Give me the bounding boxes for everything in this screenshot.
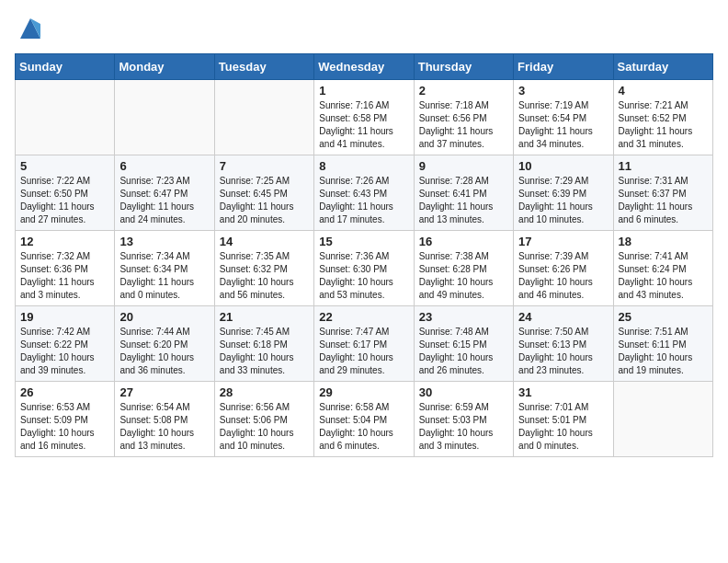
calendar-week-5: 26Sunrise: 6:53 AM Sunset: 5:09 PM Dayli… <box>16 382 713 457</box>
day-info: Sunrise: 7:32 AM Sunset: 6:36 PM Dayligh… <box>20 250 109 302</box>
calendar-cell: 13Sunrise: 7:34 AM Sunset: 6:34 PM Dayli… <box>115 231 214 306</box>
day-info: Sunrise: 7:34 AM Sunset: 6:34 PM Dayligh… <box>119 250 209 302</box>
calendar-cell: 29Sunrise: 6:58 AM Sunset: 5:04 PM Dayli… <box>314 382 414 457</box>
day-number: 14 <box>220 235 309 248</box>
day-number: 28 <box>220 385 309 399</box>
day-number: 26 <box>20 385 109 399</box>
calendar-table: SundayMondayTuesdayWednesdayThursdayFrid… <box>15 53 713 457</box>
day-info: Sunrise: 7:42 AM Sunset: 6:22 PM Dayligh… <box>20 326 109 377</box>
day-number: 2 <box>419 84 508 98</box>
day-number: 24 <box>518 310 608 324</box>
day-info: Sunrise: 7:22 AM Sunset: 6:50 PM Dayligh… <box>20 175 109 226</box>
day-info: Sunrise: 7:35 AM Sunset: 6:32 PM Dayligh… <box>220 250 309 302</box>
calendar-week-1: 1Sunrise: 7:16 AM Sunset: 6:58 PM Daylig… <box>16 80 713 155</box>
day-info: Sunrise: 7:18 AM Sunset: 6:56 PM Dayligh… <box>419 99 508 151</box>
calendar-cell: 15Sunrise: 7:36 AM Sunset: 6:30 PM Dayli… <box>314 231 414 306</box>
day-number: 17 <box>518 235 608 248</box>
calendar-week-3: 12Sunrise: 7:32 AM Sunset: 6:36 PM Dayli… <box>16 231 713 306</box>
day-number: 9 <box>419 159 508 173</box>
day-info: Sunrise: 6:54 AM Sunset: 5:08 PM Dayligh… <box>119 401 209 453</box>
day-info: Sunrise: 7:01 AM Sunset: 5:01 PM Dayligh… <box>518 401 608 453</box>
day-number: 22 <box>319 310 408 324</box>
calendar-cell: 12Sunrise: 7:32 AM Sunset: 6:36 PM Dayli… <box>16 231 115 306</box>
day-number: 10 <box>518 159 608 173</box>
calendar-week-4: 19Sunrise: 7:42 AM Sunset: 6:22 PM Dayli… <box>16 306 713 382</box>
day-info: Sunrise: 6:59 AM Sunset: 5:03 PM Dayligh… <box>419 401 508 453</box>
calendar-cell: 27Sunrise: 6:54 AM Sunset: 5:08 PM Dayli… <box>115 382 214 457</box>
weekday-header-thursday: Thursday <box>414 54 513 80</box>
calendar-cell: 1Sunrise: 7:16 AM Sunset: 6:58 PM Daylig… <box>314 80 414 155</box>
day-info: Sunrise: 7:47 AM Sunset: 6:17 PM Dayligh… <box>319 326 408 377</box>
day-number: 12 <box>20 235 109 248</box>
day-number: 5 <box>20 159 109 173</box>
calendar-cell: 30Sunrise: 6:59 AM Sunset: 5:03 PM Dayli… <box>414 382 513 457</box>
calendar-cell: 20Sunrise: 7:44 AM Sunset: 6:20 PM Dayli… <box>115 306 214 382</box>
calendar-cell: 9Sunrise: 7:28 AM Sunset: 6:41 PM Daylig… <box>414 155 513 231</box>
weekday-header-tuesday: Tuesday <box>214 54 313 80</box>
day-info: Sunrise: 7:50 AM Sunset: 6:13 PM Dayligh… <box>518 326 608 377</box>
day-info: Sunrise: 6:53 AM Sunset: 5:09 PM Dayligh… <box>20 401 109 453</box>
logo-icon <box>17 15 44 42</box>
calendar-cell: 25Sunrise: 7:51 AM Sunset: 6:11 PM Dayli… <box>613 306 712 382</box>
calendar-cell: 23Sunrise: 7:48 AM Sunset: 6:15 PM Dayli… <box>414 306 513 382</box>
calendar-cell: 11Sunrise: 7:31 AM Sunset: 6:37 PM Dayli… <box>613 155 712 231</box>
weekday-header-row: SundayMondayTuesdayWednesdayThursdayFrid… <box>16 54 713 80</box>
day-info: Sunrise: 7:39 AM Sunset: 6:26 PM Dayligh… <box>518 250 608 302</box>
day-info: Sunrise: 6:56 AM Sunset: 5:06 PM Dayligh… <box>220 401 309 453</box>
weekday-header-wednesday: Wednesday <box>314 54 414 80</box>
day-number: 30 <box>419 385 508 399</box>
day-info: Sunrise: 7:31 AM Sunset: 6:37 PM Dayligh… <box>619 175 708 226</box>
day-number: 29 <box>319 385 408 399</box>
day-number: 27 <box>119 385 209 399</box>
calendar-cell <box>613 382 712 457</box>
calendar-cell <box>214 80 313 155</box>
calendar-cell: 18Sunrise: 7:41 AM Sunset: 6:24 PM Dayli… <box>613 231 712 306</box>
calendar-cell: 6Sunrise: 7:23 AM Sunset: 6:47 PM Daylig… <box>115 155 214 231</box>
calendar-cell <box>115 80 214 155</box>
day-info: Sunrise: 6:58 AM Sunset: 5:04 PM Dayligh… <box>319 401 408 453</box>
calendar-cell: 31Sunrise: 7:01 AM Sunset: 5:01 PM Dayli… <box>514 382 613 457</box>
day-info: Sunrise: 7:19 AM Sunset: 6:54 PM Dayligh… <box>518 99 608 151</box>
day-number: 25 <box>619 310 708 324</box>
calendar-cell: 8Sunrise: 7:26 AM Sunset: 6:43 PM Daylig… <box>314 155 414 231</box>
day-info: Sunrise: 7:51 AM Sunset: 6:11 PM Dayligh… <box>619 326 708 377</box>
calendar-cell: 7Sunrise: 7:25 AM Sunset: 6:45 PM Daylig… <box>214 155 313 231</box>
calendar-cell: 14Sunrise: 7:35 AM Sunset: 6:32 PM Dayli… <box>214 231 313 306</box>
calendar-cell: 21Sunrise: 7:45 AM Sunset: 6:18 PM Dayli… <box>214 306 313 382</box>
page-header <box>15 15 713 42</box>
calendar-cell: 5Sunrise: 7:22 AM Sunset: 6:50 PM Daylig… <box>16 155 115 231</box>
calendar-cell: 24Sunrise: 7:50 AM Sunset: 6:13 PM Dayli… <box>514 306 613 382</box>
day-number: 20 <box>119 310 209 324</box>
day-info: Sunrise: 7:26 AM Sunset: 6:43 PM Dayligh… <box>319 175 408 226</box>
day-number: 16 <box>419 235 508 248</box>
calendar-cell: 2Sunrise: 7:18 AM Sunset: 6:56 PM Daylig… <box>414 80 513 155</box>
day-info: Sunrise: 7:29 AM Sunset: 6:39 PM Dayligh… <box>518 175 608 226</box>
weekday-header-saturday: Saturday <box>613 54 712 80</box>
day-number: 13 <box>119 235 209 248</box>
calendar-cell: 26Sunrise: 6:53 AM Sunset: 5:09 PM Dayli… <box>16 382 115 457</box>
day-info: Sunrise: 7:28 AM Sunset: 6:41 PM Dayligh… <box>419 175 508 226</box>
calendar-cell: 16Sunrise: 7:38 AM Sunset: 6:28 PM Dayli… <box>414 231 513 306</box>
day-info: Sunrise: 7:16 AM Sunset: 6:58 PM Dayligh… <box>319 99 408 151</box>
calendar-cell <box>16 80 115 155</box>
calendar-cell: 28Sunrise: 6:56 AM Sunset: 5:06 PM Dayli… <box>214 382 313 457</box>
weekday-header-monday: Monday <box>115 54 214 80</box>
weekday-header-sunday: Sunday <box>16 54 115 80</box>
day-number: 4 <box>619 84 708 98</box>
day-number: 15 <box>319 235 408 248</box>
day-info: Sunrise: 7:41 AM Sunset: 6:24 PM Dayligh… <box>619 250 708 302</box>
weekday-header-friday: Friday <box>514 54 613 80</box>
calendar-cell: 19Sunrise: 7:42 AM Sunset: 6:22 PM Dayli… <box>16 306 115 382</box>
day-info: Sunrise: 7:25 AM Sunset: 6:45 PM Dayligh… <box>220 175 309 226</box>
day-number: 19 <box>20 310 109 324</box>
day-info: Sunrise: 7:48 AM Sunset: 6:15 PM Dayligh… <box>419 326 508 377</box>
calendar-week-2: 5Sunrise: 7:22 AM Sunset: 6:50 PM Daylig… <box>16 155 713 231</box>
calendar-cell: 4Sunrise: 7:21 AM Sunset: 6:52 PM Daylig… <box>613 80 712 155</box>
day-info: Sunrise: 7:38 AM Sunset: 6:28 PM Dayligh… <box>419 250 508 302</box>
calendar-cell: 10Sunrise: 7:29 AM Sunset: 6:39 PM Dayli… <box>514 155 613 231</box>
day-info: Sunrise: 7:21 AM Sunset: 6:52 PM Dayligh… <box>619 99 708 151</box>
calendar-cell: 17Sunrise: 7:39 AM Sunset: 6:26 PM Dayli… <box>514 231 613 306</box>
day-info: Sunrise: 7:44 AM Sunset: 6:20 PM Dayligh… <box>119 326 209 377</box>
day-number: 31 <box>518 385 608 399</box>
day-number: 7 <box>220 159 309 173</box>
